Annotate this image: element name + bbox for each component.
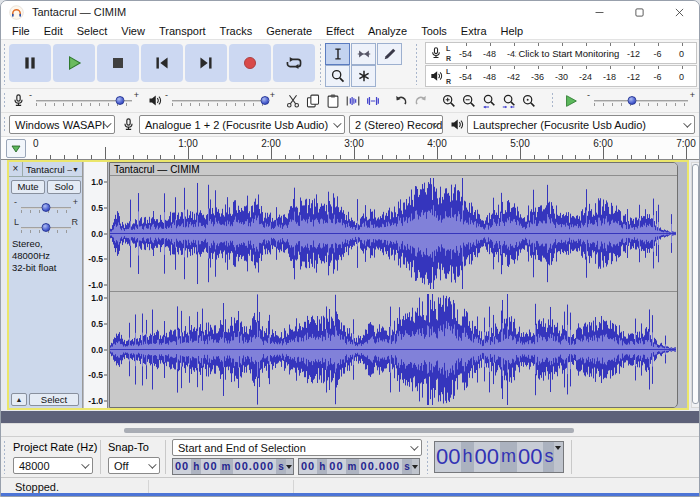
menu-item-tracks[interactable]: Tracks (213, 23, 260, 40)
time-digits[interactable]: 00 (474, 442, 500, 472)
play-at-speed-button[interactable] (561, 91, 581, 111)
trim-audio-button[interactable] (343, 91, 363, 111)
recording-device-select[interactable]: Analogue 1 + 2 (Focusrite Usb Audio) (139, 115, 345, 134)
fit-project-button[interactable] (499, 91, 519, 111)
selection-end-field[interactable]: 00h00m00.000s (298, 458, 420, 475)
time-digits[interactable]: 00 (327, 459, 345, 474)
record-button[interactable] (229, 44, 271, 82)
horizontal-scrollbar-thumb[interactable] (124, 428, 574, 433)
minimize-button[interactable] (579, 1, 619, 23)
playback-device-select[interactable]: Lautsprecher (Focusrite Usb Audio) (467, 115, 695, 134)
mute-button[interactable]: Mute (11, 180, 45, 194)
selection-tool-button[interactable] (325, 43, 350, 65)
time-digits[interactable]: 00 (299, 459, 317, 474)
multi-tool-button[interactable] (351, 65, 376, 87)
timeline-scale[interactable]: 01:002:003:004:005:006:007:00 (28, 137, 698, 159)
time-digits[interactable]: 00 (517, 442, 543, 472)
horizontal-scrollbar[interactable] (1, 423, 699, 436)
title-bar[interactable]: Tantacrul — CIMIM (1, 1, 699, 23)
recording-meter[interactable]: LR -54-48-42-36-30-24-18-12-60Click to S… (425, 42, 697, 64)
time-digits[interactable]: 00.000 (233, 459, 277, 474)
timeline-ruler[interactable]: 01:002:003:004:005:006:007:00 (1, 136, 699, 160)
slider-thumb[interactable] (42, 223, 51, 232)
time-digits[interactable]: 00 (435, 442, 461, 472)
menu-item-effect[interactable]: Effect (319, 23, 361, 40)
monitoring-hint-text[interactable]: Click to Start Monitoring (515, 48, 622, 59)
time-grabber[interactable] (426, 440, 430, 474)
project-rate-select[interactable]: 48000 (13, 457, 93, 474)
solo-button[interactable]: Solo (47, 180, 81, 194)
silence-audio-button[interactable] (363, 91, 383, 111)
track-collapse-button[interactable]: ▲ (11, 393, 27, 406)
time-digits[interactable]: 00 (201, 459, 219, 474)
zoom-toggle-button[interactable] (519, 91, 539, 111)
menu-item-tools[interactable]: Tools (414, 23, 454, 40)
clip-title-bar[interactable]: Tantacrul — CIMIM (110, 163, 677, 176)
meter-grabber[interactable] (415, 43, 419, 85)
vertical-scrollbar-thumb[interactable] (692, 164, 699, 404)
time-digits[interactable]: 00 (173, 459, 191, 474)
paste-button[interactable] (323, 91, 343, 111)
zoom-out-button[interactable] (459, 91, 479, 111)
track-select-button[interactable]: Select (29, 393, 79, 406)
time-field-dropdown[interactable] (554, 442, 562, 472)
menu-item-help[interactable]: Help (494, 23, 531, 40)
device-grabber[interactable] (3, 116, 7, 133)
loop-button[interactable] (273, 44, 315, 82)
slider-thumb[interactable] (261, 96, 270, 105)
draw-tool-button[interactable] (377, 43, 402, 65)
track-name[interactable]: Tantacrul — (23, 162, 72, 176)
menu-item-extra[interactable]: Extra (454, 23, 494, 40)
menu-item-transport[interactable]: Transport (152, 23, 213, 40)
selection-mode-select[interactable]: Start and End of Selection (172, 439, 422, 456)
close-button[interactable] (659, 1, 699, 23)
zoom-tool-button[interactable] (325, 65, 350, 87)
vertical-ruler[interactable]: 1.00.50.0-0.5-1.0 1.00.50.0-0.5-1.0 (84, 162, 108, 408)
mixer-grabber[interactable] (3, 92, 7, 109)
menu-item-select[interactable]: Select (70, 23, 115, 40)
playback-volume-slider[interactable]: - + (165, 91, 275, 111)
time-field-dropdown[interactable] (286, 459, 293, 474)
audio-host-select[interactable]: Windows WASAPI (9, 115, 115, 134)
maximize-button[interactable] (619, 1, 659, 23)
cut-button[interactable] (283, 91, 303, 111)
skip-to-start-button[interactable] (141, 44, 183, 82)
tools-grabber[interactable] (319, 43, 323, 85)
playback-meter[interactable]: LR -54-48-42-36-30-24-18-12-60 (425, 65, 697, 87)
pinned-play-head-button[interactable] (6, 139, 26, 158)
recording-channels-select[interactable]: 2 (Stereo) Recording Channels (349, 115, 443, 134)
audio-position-display[interactable]: 00h00m00s (434, 441, 564, 473)
record-volume-slider[interactable]: - + (29, 91, 139, 111)
track-pan-slider[interactable]: L R (14, 218, 78, 238)
time-digits[interactable]: 00.000 (359, 459, 403, 474)
zoom-in-button[interactable] (439, 91, 459, 111)
stop-button[interactable] (97, 44, 139, 82)
slider-thumb[interactable] (42, 203, 51, 212)
selection-start-field[interactable]: 00h00m00.000s (172, 458, 294, 475)
track-close-button[interactable]: × (9, 162, 23, 176)
menu-item-view[interactable]: View (114, 23, 152, 40)
waveform-channel-1[interactable] (110, 176, 676, 291)
transport-grabber[interactable] (3, 43, 7, 85)
menu-item-edit[interactable]: Edit (37, 23, 70, 40)
selection-grabber[interactable] (3, 440, 7, 474)
time-field-dropdown[interactable] (412, 459, 419, 474)
menu-item-generate[interactable]: Generate (259, 23, 319, 40)
snap-to-select[interactable]: Off (108, 457, 160, 474)
fit-selection-button[interactable] (479, 91, 499, 111)
audio-clip[interactable]: Tantacrul — CIMIM (109, 162, 678, 408)
play-at-speed-grabber[interactable] (551, 92, 555, 109)
pause-button[interactable] (9, 44, 51, 82)
slider-thumb[interactable] (116, 96, 125, 105)
waveform-channel-2[interactable] (110, 292, 676, 407)
track-control-panel[interactable]: × Tantacrul — ▼ Mute Solo - + L R (9, 162, 83, 408)
track-gain-slider[interactable]: - + (14, 198, 78, 218)
menu-item-file[interactable]: File (5, 23, 37, 40)
redo-button[interactable] (411, 91, 431, 111)
skip-to-end-button[interactable] (185, 44, 227, 82)
play-button[interactable] (53, 44, 95, 82)
menu-item-analyze[interactable]: Analyze (361, 23, 414, 40)
vertical-scrollbar[interactable] (691, 162, 700, 408)
copy-button[interactable] (303, 91, 323, 111)
play-speed-slider[interactable]: - + (587, 91, 695, 111)
